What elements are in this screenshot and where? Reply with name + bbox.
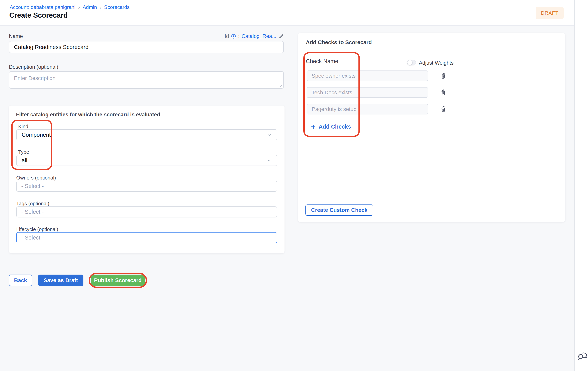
check-name-column-header: Check Name — [306, 58, 338, 64]
tags-label: Tags (optional) — [16, 201, 49, 207]
chevron-down-icon — [267, 132, 272, 138]
trash-icon[interactable] — [438, 70, 449, 81]
trash-icon[interactable] — [438, 87, 449, 98]
status-badge: DRAFT — [536, 7, 564, 19]
type-select[interactable]: all — [16, 155, 277, 166]
plus-icon — [310, 124, 316, 130]
create-custom-check-button[interactable]: Create Custom Check — [305, 204, 373, 216]
add-checks-heading: Add Checks to Scorecard — [306, 39, 372, 45]
filter-heading: Filter catalog entities for which the sc… — [16, 112, 160, 118]
adjust-weights-label: Adjust Weights — [419, 60, 454, 66]
right-edge-strip — [574, 0, 588, 371]
owners-label: Owners (optional) — [16, 175, 56, 181]
toggle-knob — [407, 60, 412, 65]
owners-select-input[interactable] — [16, 181, 277, 192]
check-name-input[interactable] — [307, 71, 428, 81]
description-input[interactable] — [9, 71, 284, 89]
type-select-value: all — [22, 157, 27, 164]
info-icon[interactable] — [231, 34, 236, 39]
breadcrumb-admin-link[interactable]: Admin — [83, 4, 97, 10]
chevron-down-icon — [267, 158, 272, 163]
id-colon: : — [238, 33, 240, 39]
back-button[interactable]: Back — [9, 275, 32, 286]
page-title: Create Scorecard — [9, 11, 68, 19]
kind-label: Kind — [18, 124, 28, 129]
add-checks-label: Add Checks — [319, 124, 351, 130]
breadcrumb-scorecards-link[interactable]: Scorecards — [104, 4, 130, 10]
page-header: Account: debabrata.panigrahi › Admin › S… — [0, 0, 575, 26]
scorecard-id-row: Id : Catalog_Rea... — [9, 33, 284, 39]
kind-select[interactable]: Component — [16, 129, 277, 140]
lifecycle-label: Lifecycle (optional) — [16, 226, 58, 232]
trash-icon[interactable] — [438, 104, 449, 115]
publish-scorecard-button[interactable]: Publish Scorecard — [91, 275, 145, 286]
description-label: Description (optional) — [9, 64, 58, 70]
name-input[interactable] — [9, 41, 284, 53]
breadcrumb-separator-icon: › — [78, 5, 80, 10]
breadcrumb-account-link[interactable]: Account: debabrata.panigrahi — [10, 4, 75, 10]
check-name-input[interactable] — [307, 87, 428, 98]
edit-pencil-icon[interactable] — [278, 34, 284, 39]
add-checks-panel: Add Checks to Scorecard Check Name Adjus… — [298, 33, 565, 222]
chat-bubbles-icon[interactable] — [578, 351, 588, 363]
kind-select-value: Component — [22, 132, 51, 138]
id-label: Id — [225, 33, 229, 39]
scorecard-id-value[interactable]: Catalog_Rea... — [242, 33, 276, 39]
save-as-draft-button[interactable]: Save as Draft — [38, 275, 84, 286]
breadcrumb: Account: debabrata.panigrahi › Admin › S… — [10, 4, 130, 10]
add-checks-button[interactable]: Add Checks — [310, 124, 351, 130]
check-name-input[interactable] — [307, 104, 428, 115]
type-label: Type — [18, 149, 29, 155]
breadcrumb-separator-icon: › — [100, 5, 101, 10]
filter-card: Filter catalog entities for which the sc… — [9, 106, 284, 253]
create-scorecard-page: Account: debabrata.panigrahi › Admin › S… — [0, 0, 588, 371]
adjust-weights-toggle[interactable] — [407, 60, 416, 65]
tags-select-input[interactable] — [16, 206, 277, 217]
lifecycle-select-input[interactable] — [16, 232, 277, 243]
